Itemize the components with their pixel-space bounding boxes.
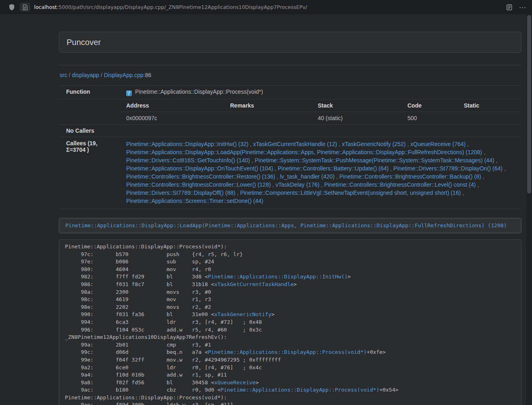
- callee-separator: ,: [494, 157, 498, 164]
- code-symbol-link[interactable]: Pinetime::Applications::DisplayApp::Proc…: [221, 387, 379, 393]
- breadcrumb: src / displayapp / DisplayApp.cpp:86: [60, 71, 521, 79]
- callee-link[interactable]: Pinetime::Controllers::BrightnessControl…: [126, 181, 271, 188]
- metrics-value-row: 0x0000097c40 (static)500: [120, 112, 521, 125]
- scrollbar-track[interactable]: [526, 14, 532, 405]
- code-symbol-link[interactable]: Pinetime::Applications::DisplayApp::Proc…: [208, 349, 366, 355]
- code-symbol-link[interactable]: xTaskGenericNotify: [214, 311, 271, 317]
- callee-separator: ,: [503, 165, 506, 172]
- function-cell: ƒPinetime::Applications::DisplayApp::Pro…: [120, 86, 521, 99]
- breadcrumb-line-number: 86: [145, 72, 151, 78]
- highlighted-symbol-link[interactable]: Pinetime::Applications::DisplayApp::Load…: [65, 222, 507, 228]
- browser-toolbar: localhost:5000/path/src/displayapp/Displ…: [0, 0, 532, 14]
- function-row-label: Function: [59, 86, 120, 99]
- callee-separator: ,: [271, 181, 276, 188]
- url-bar[interactable]: localhost:5000/path/src/displayapp/Displ…: [34, 4, 501, 10]
- callee-separator: ,: [273, 165, 278, 172]
- callee-link[interactable]: Pinetime::Controllers::BrightnessControl…: [339, 173, 481, 180]
- callers-row: No Callers: [59, 125, 521, 137]
- callee-link[interactable]: Pinetime::Drivers::Cst816S::GetTouchInfo…: [126, 157, 250, 164]
- callee-separator: ,: [250, 157, 255, 164]
- more-menu-icon[interactable]: ⋯: [519, 5, 526, 9]
- page-title-panel: Puncover: [59, 32, 521, 53]
- metric-value-remarks: [224, 112, 312, 125]
- function-row: Function ƒPinetime::Applications::Displa…: [59, 86, 521, 99]
- metrics-table: AddressRemarksStackCodeStatic 0x0000097c…: [120, 99, 521, 124]
- callee-separator: ,: [248, 141, 253, 147]
- callee-separator: ,: [337, 141, 342, 147]
- tracking-protection-shield-icon[interactable]: [9, 4, 15, 11]
- metric-header-code: Code: [401, 99, 458, 112]
- function-name: Pinetime::Applications::DisplayApp::Proc…: [135, 88, 263, 95]
- callee-link[interactable]: Pinetime::Controllers::BrightnessControl…: [126, 173, 275, 180]
- callee-link[interactable]: Pinetime::Components::LittleVgl::SetNewT…: [240, 190, 461, 196]
- code-symbol-link[interactable]: xQueueReceive: [214, 379, 256, 386]
- metric-header-remarks: Remarks: [224, 99, 312, 112]
- breadcrumb-link[interactable]: DisplayApp.cpp:: [104, 72, 145, 78]
- toolbar-actions: ⋯: [506, 4, 526, 11]
- symbol-table: Function ƒPinetime::Applications::Displa…: [59, 85, 521, 209]
- url-path: :5000/path/src/displayapp/DisplayApp.cpp…: [57, 4, 307, 10]
- callee-link[interactable]: Pinetime::Applications::DisplayApp::Load…: [126, 149, 482, 155]
- metrics-row: AddressRemarksStackCodeStatic 0x0000097c…: [59, 99, 521, 125]
- breadcrumb-separator: /: [99, 72, 104, 78]
- callee-separator: ,: [406, 141, 411, 147]
- breadcrumb-separator: /: [67, 72, 72, 78]
- callee-link[interactable]: Pinetime::Applications::DisplayApp::Init…: [126, 141, 248, 147]
- highlighted-symbol-box: Pinetime::Applications::DisplayApp::Load…: [59, 218, 521, 233]
- metric-header-static: Static: [458, 99, 521, 112]
- disassembly-code: Pinetime::Applications::DisplayApp::Proc…: [59, 239, 521, 405]
- callee-link[interactable]: Pinetime::System::SystemTask::PushMessag…: [255, 157, 495, 164]
- callee-link[interactable]: Pinetime::Controllers::Battery::Update()…: [278, 165, 389, 172]
- callee-link[interactable]: Pinetime::Drivers::St7789::DisplayOn() (…: [393, 165, 502, 172]
- metric-header-stack: Stack: [312, 99, 401, 112]
- metric-value-static: [458, 112, 521, 125]
- code-symbol-link[interactable]: Pinetime::Applications::DisplayApp::Init…: [208, 274, 347, 280]
- callers-row-label: No Callers: [59, 125, 120, 137]
- metric-value-stack: 40 (static): [312, 112, 401, 125]
- callee-separator: ,: [389, 165, 394, 172]
- callee-link[interactable]: xTaskGenericNotify (252): [342, 141, 405, 147]
- code-symbol-link[interactable]: xTaskGetCurrentTaskHandle: [214, 281, 294, 287]
- callee-link[interactable]: Pinetime::Controllers::BrightnessControl…: [324, 181, 476, 188]
- callee-separator: ,: [476, 181, 479, 188]
- callee-link[interactable]: xTaskGetCurrentTaskHandle (12): [253, 141, 337, 147]
- page-container: Puncover src / displayapp / DisplayApp.c…: [59, 32, 521, 405]
- callee-link[interactable]: Pinetime::Applications::Screens::Timer::…: [126, 198, 263, 204]
- page-title: Puncover: [67, 37, 514, 47]
- callers-cell: [120, 125, 521, 137]
- callee-link[interactable]: xQueueReceive (764): [410, 141, 465, 147]
- url-host: localhost: [34, 4, 57, 10]
- breadcrumb-link[interactable]: src: [60, 72, 67, 78]
- callee-separator: ,: [481, 173, 485, 180]
- breadcrumb-link[interactable]: displayapp: [72, 72, 99, 78]
- callee-separator: ,: [335, 173, 340, 180]
- metric-header-address: Address: [120, 99, 224, 112]
- page-info-button[interactable]: [20, 3, 30, 11]
- divider: [59, 65, 521, 65]
- metric-value-code: 500: [401, 112, 458, 125]
- metrics-header-row: AddressRemarksStackCodeStatic: [120, 99, 521, 112]
- document-icon: [23, 4, 28, 10]
- function-symbol-icon: ƒ: [126, 90, 132, 96]
- callee-separator: ,: [461, 190, 464, 196]
- callee-link[interactable]: vTaskDelay (176): [276, 181, 319, 188]
- metrics-row-label: [59, 99, 120, 125]
- callee-separator: ,: [482, 149, 485, 155]
- callee-separator: ,: [275, 173, 280, 180]
- callee-separator: ,: [319, 181, 324, 188]
- callee-separator: ,: [235, 190, 240, 196]
- callee-separator: ,: [465, 141, 469, 147]
- reader-mode-icon[interactable]: [506, 4, 513, 11]
- callees-row: Callees (19, Σ=3704 ) Pinetime::Applicat…: [59, 137, 521, 209]
- callees-list: Pinetime::Applications::DisplayApp::Init…: [120, 137, 521, 209]
- metric-value-address: 0x0000097c: [120, 112, 224, 125]
- callee-link[interactable]: lv_task_handler (420): [280, 173, 335, 180]
- callee-link[interactable]: Pinetime::Drivers::St7789::DisplayOff() …: [126, 190, 235, 196]
- callees-row-label: Callees (19, Σ=3704 ): [59, 137, 120, 209]
- scrollbar-thumb[interactable]: [527, 15, 531, 194]
- callee-link[interactable]: Pinetime::Applications::DisplayApp::OnTo…: [126, 165, 273, 172]
